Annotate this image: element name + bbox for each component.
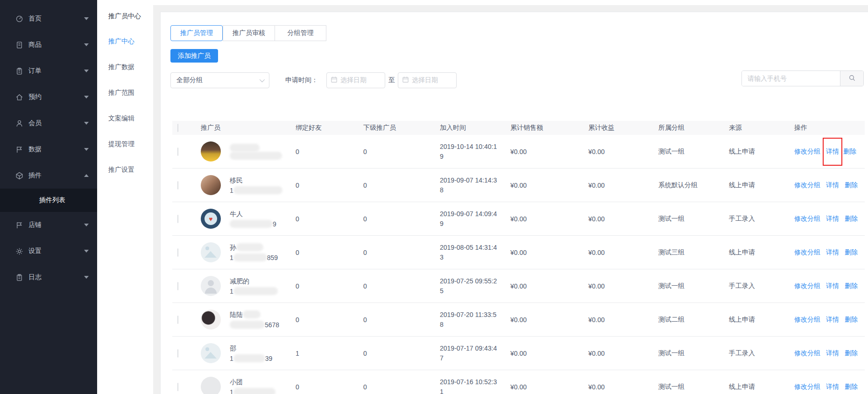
sidebar-item-home[interactable]: 首页 (0, 6, 97, 32)
annotation-red-box: 详情 (826, 282, 839, 290)
row-actions: 修改分组 详情 删除 (789, 316, 865, 324)
secondary-item-promotion-settings[interactable]: 推广设置 (97, 157, 153, 183)
promoter-phone: 1 39 (230, 353, 272, 364)
edit-group-link[interactable]: 修改分组 (794, 148, 820, 156)
add-promoter-button[interactable]: 添加推广员 (170, 49, 218, 63)
top-strip (153, 0, 868, 5)
sidebar-subitem-label: 插件列表 (39, 196, 65, 204)
sidebar-item-data[interactable]: 数据 (0, 136, 97, 162)
row-checkbox[interactable] (177, 248, 178, 257)
tab-promoter-review[interactable]: 推广员审核 (223, 25, 275, 41)
edit-group-link[interactable]: 修改分组 (794, 316, 820, 324)
row-actions: 修改分组 详情 删除 (789, 215, 865, 223)
sub-promoters-value: 0 (358, 182, 434, 189)
avatar (201, 141, 221, 162)
calendar-icon (402, 76, 409, 84)
row-actions: 修改分组 详情 删除 (789, 181, 865, 190)
sidebar-item-logs[interactable]: 日志 (0, 264, 97, 290)
row-checkbox[interactable] (177, 316, 178, 324)
tab-promoter-management[interactable]: 推广员管理 (170, 25, 223, 41)
avatar (201, 276, 221, 296)
tab-group-management[interactable]: 分组管理 (275, 25, 326, 41)
phone-search-input[interactable] (742, 71, 840, 86)
detail-link[interactable]: 详情 (826, 316, 839, 324)
edit-group-link[interactable]: 修改分组 (794, 215, 820, 223)
sidebar-item-booking[interactable]: 预约 (0, 84, 97, 110)
join-date-line1: 2019-09-07 14:09:4 (440, 209, 505, 219)
sidebar-item-settings[interactable]: 设置 (0, 238, 97, 264)
sub-promoters-value: 0 (358, 249, 434, 256)
group-value: 系统默认分组 (653, 181, 723, 190)
detail-link[interactable]: 详情 (826, 248, 839, 257)
avatar (201, 242, 221, 262)
table-row: 陆陆 5678 0 0 2019-07-20 11:33:5 8 ¥0.00 ¥… (172, 303, 865, 337)
source-value: 手工录入 (723, 215, 789, 223)
table-header: 推广员 绑定好友 下级推广员 加入时间 累计销售额 累计收益 所属分组 来源 操… (172, 121, 865, 135)
sidebar-item-plugins[interactable]: 插件 (0, 162, 97, 189)
detail-link[interactable]: 详情 (826, 383, 839, 391)
delete-link[interactable]: 删除 (845, 383, 858, 391)
secondary-item-label: 文案编辑 (108, 114, 134, 123)
row-checkbox[interactable] (177, 215, 178, 223)
date-from-input[interactable]: 选择日期 (326, 72, 385, 88)
join-date-line2: 8 (440, 320, 505, 330)
delete-link[interactable]: 删除 (845, 215, 858, 223)
edit-group-link[interactable]: 修改分组 (794, 248, 820, 257)
row-checkbox[interactable] (177, 282, 178, 290)
member-icon (15, 120, 23, 127)
annotation-red-box: 详情 (823, 138, 842, 166)
total-income-value: ¥0.00 (583, 148, 653, 155)
detail-link[interactable]: 详情 (826, 148, 839, 156)
total-sales-value: ¥0.00 (505, 282, 583, 290)
redacted-phone (233, 253, 267, 261)
bound-friends-value: 0 (290, 182, 358, 189)
delete-link[interactable]: 删除 (845, 316, 858, 324)
col-header: 累计收益 (583, 124, 653, 132)
delete-link[interactable]: 删除 (845, 349, 858, 358)
secondary-item-promotion-center[interactable]: 推广中心 (97, 28, 153, 54)
edit-group-link[interactable]: 修改分组 (794, 349, 820, 358)
delete-link[interactable]: 删除 (845, 181, 858, 190)
sidebar-item-label: 店铺 (28, 221, 84, 229)
sidebar-item-label: 订单 (28, 67, 84, 75)
row-checkbox[interactable] (177, 383, 178, 391)
secondary-item-copy-editing[interactable]: 文案编辑 (97, 106, 153, 131)
delete-link[interactable]: 删除 (843, 148, 856, 156)
total-sales-value: ¥0.00 (505, 350, 583, 357)
row-checkbox[interactable] (177, 181, 178, 190)
chevron-up-icon (84, 174, 89, 177)
join-date-line1: 2019-07-17 09:43:4 (440, 344, 505, 353)
phone-text: 39 (265, 353, 273, 364)
join-date: 2019-07-16 10:52:3 1 (434, 377, 505, 394)
annotation-red-box: 详情 (826, 316, 839, 324)
row-checkbox[interactable] (177, 349, 178, 358)
secondary-item-promotion-data[interactable]: 推广数据 (97, 54, 153, 80)
edit-group-link[interactable]: 修改分组 (794, 383, 820, 391)
bound-friends-value: 1 (290, 350, 358, 357)
sidebar-item-plugin-list[interactable]: 插件列表 (0, 189, 97, 212)
tab-bar: 推广员管理 推广员审核 分组管理 (170, 25, 868, 41)
edit-group-link[interactable]: 修改分组 (794, 181, 820, 190)
search-button[interactable] (840, 71, 863, 86)
detail-link[interactable]: 详情 (826, 181, 839, 190)
secondary-item-withdrawal-management[interactable]: 提现管理 (97, 131, 153, 157)
row-checkbox[interactable] (177, 148, 178, 156)
total-income-value: ¥0.00 (583, 316, 653, 324)
join-date-line2: 1 (440, 387, 505, 394)
group-select[interactable]: 全部分组 (170, 72, 269, 88)
select-all-checkbox[interactable] (177, 124, 178, 132)
sidebar-item-shop[interactable]: 店铺 (0, 212, 97, 238)
detail-link[interactable]: 详情 (826, 215, 839, 223)
detail-link[interactable]: 详情 (826, 349, 839, 358)
total-sales-value: ¥0.00 (505, 383, 583, 391)
sidebar-item-goods[interactable]: 商品 (0, 32, 97, 58)
edit-group-link[interactable]: 修改分组 (794, 282, 820, 290)
delete-link[interactable]: 删除 (845, 282, 858, 290)
delete-link[interactable]: 删除 (845, 248, 858, 257)
secondary-item-promotion-scope[interactable]: 推广范围 (97, 80, 153, 106)
redacted-phone (233, 287, 278, 295)
detail-link[interactable]: 详情 (826, 282, 839, 290)
date-to-input[interactable]: 选择日期 (398, 72, 457, 88)
sidebar-item-members[interactable]: 会员 (0, 110, 97, 136)
sidebar-item-orders[interactable]: 订单 (0, 58, 97, 84)
